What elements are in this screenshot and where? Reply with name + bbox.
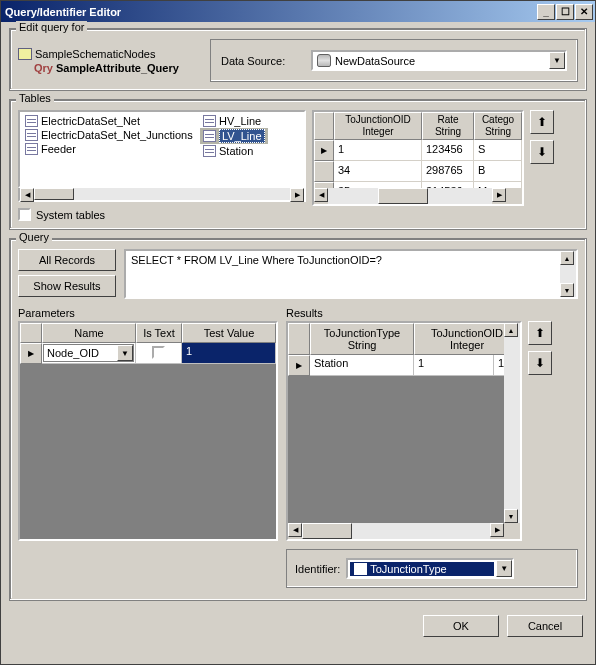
updown-buttons: ⬆ ⬇ [530, 110, 554, 164]
show-results-button[interactable]: Show Results [18, 275, 116, 297]
data-source-dropdown[interactable]: NewDataSource ▼ [311, 50, 567, 71]
table-icon [25, 115, 38, 127]
system-tables-label: System tables [36, 209, 105, 221]
table-icon [203, 130, 216, 142]
data-source-value: NewDataSource [335, 55, 415, 67]
table-row[interactable]: ▶ 1 123456 S [314, 140, 522, 161]
scroll-left-icon[interactable]: ◀ [288, 523, 302, 537]
scroll-right-icon[interactable]: ▶ [490, 523, 504, 537]
table-icon [25, 143, 38, 155]
test-value-cell[interactable]: 1 [182, 343, 276, 364]
data-source-label: Data Source: [221, 55, 303, 67]
minimize-button[interactable]: _ [537, 4, 555, 20]
identifier-dropdown[interactable]: ToJunctionType ▼ [346, 558, 514, 579]
move-up-button[interactable]: ⬆ [530, 110, 554, 134]
table-row[interactable]: 34 298765 B [314, 161, 522, 182]
table-icon [203, 145, 216, 157]
query-group: Query All Records Show Results SELECT * … [9, 238, 587, 601]
table-icon [354, 563, 367, 575]
table-item[interactable]: Station [200, 144, 268, 158]
identifier-panel: Identifier: ToJunctionType ▼ [286, 549, 578, 588]
grid-hscroll[interactable]: ◀ ▶ [314, 188, 522, 204]
window-title: Query/Identifier Editor [5, 6, 536, 18]
parameters-grid[interactable]: Name Is Text Test Value ▶ Node_OID ▼ [18, 321, 278, 541]
scroll-up-icon[interactable]: ▲ [504, 323, 518, 337]
edit-query-legend: Edit query for [16, 21, 87, 33]
table-icon [203, 115, 216, 127]
scroll-up-icon[interactable]: ▲ [560, 251, 574, 265]
scroll-right-icon[interactable]: ▶ [290, 188, 304, 202]
sql-vscroll[interactable]: ▲ ▼ [560, 251, 576, 297]
tree-child-label: SampleAttribute_Query [56, 62, 179, 74]
preview-grid[interactable]: ToJunctionOIDInteger RateString CategoSt… [312, 110, 524, 206]
move-down-button[interactable]: ⬇ [528, 351, 552, 375]
dropdown-arrow-icon[interactable]: ▼ [496, 560, 512, 577]
dropdown-arrow-icon[interactable]: ▼ [117, 345, 133, 361]
table-row[interactable]: ▶ Node_OID ▼ 1 [20, 343, 276, 364]
scroll-down-icon[interactable]: ▼ [504, 509, 518, 523]
is-text-checkbox[interactable] [152, 346, 165, 359]
tree-root-label: SampleSchematicNodes [35, 48, 155, 60]
scroll-left-icon[interactable]: ◀ [20, 188, 34, 202]
table-item[interactable]: Feeder [22, 142, 200, 156]
row-indicator-icon: ▶ [314, 140, 334, 161]
table-row[interactable]: ▶ Station 1 1 [288, 355, 520, 376]
close-button[interactable]: ✕ [575, 4, 593, 20]
checkbox-icon [18, 208, 31, 221]
param-name-dropdown[interactable]: Node_OID ▼ [43, 344, 134, 362]
datasource-icon [317, 54, 331, 67]
edit-query-group: Edit query for SampleSchematicNodes Qry … [9, 28, 587, 91]
window-root: Query/Identifier Editor _ ☐ ✕ Edit query… [0, 0, 596, 665]
tree-child-item[interactable]: Qry SampleAttribute_Query [18, 61, 204, 75]
maximize-button[interactable]: ☐ [556, 4, 574, 20]
dialog-buttons: OK Cancel [9, 609, 587, 637]
data-source-panel: Data Source: NewDataSource ▼ [210, 39, 578, 82]
row-indicator-icon: ▶ [288, 355, 310, 376]
tables-legend: Tables [16, 92, 54, 104]
tables-list[interactable]: ElectricDataSet_Net ElectricDataSet_Net_… [18, 110, 306, 188]
parameters-label: Parameters [18, 307, 278, 319]
results-label: Results [286, 307, 552, 319]
table-icon [25, 129, 38, 141]
results-hscroll[interactable]: ◀ ▶ [288, 523, 520, 539]
scroll-down-icon[interactable]: ▼ [560, 283, 574, 297]
schematic-node-icon [18, 48, 32, 60]
query-legend: Query [16, 231, 52, 243]
all-records-button[interactable]: All Records [18, 249, 116, 271]
row-indicator-icon: ▶ [20, 343, 42, 364]
results-grid[interactable]: ToJunctionTypeString ToJunctionOIDIntege… [286, 321, 522, 541]
move-up-button[interactable]: ⬆ [528, 321, 552, 345]
tables-hscroll[interactable]: ◀ ▶ [18, 188, 306, 202]
tables-group: Tables ElectricDataSet_Net ElectricDataS… [9, 99, 587, 230]
cancel-button[interactable]: Cancel [507, 615, 583, 637]
move-down-button[interactable]: ⬇ [530, 140, 554, 164]
table-item[interactable]: ElectricDataSet_Net [22, 114, 200, 128]
identifier-value: ToJunctionType [370, 563, 446, 575]
qry-prefix: Qry [34, 62, 53, 74]
ok-button[interactable]: OK [423, 615, 499, 637]
table-item[interactable]: ElectricDataSet_Net_Junctions [22, 128, 200, 142]
title-bar: Query/Identifier Editor _ ☐ ✕ [1, 1, 595, 22]
tree-root-item[interactable]: SampleSchematicNodes [18, 47, 204, 61]
sql-text: SELECT * FROM LV_Line Where ToJunctionOI… [131, 254, 382, 266]
identifier-label: Identifier: [295, 563, 340, 575]
scroll-left-icon[interactable]: ◀ [314, 188, 328, 202]
window-content: Edit query for SampleSchematicNodes Qry … [1, 22, 595, 643]
query-tree: SampleSchematicNodes Qry SampleAttribute… [18, 47, 204, 75]
table-item[interactable]: HV_Line [200, 114, 268, 128]
results-vscroll[interactable]: ▲ ▼ [504, 323, 520, 523]
scroll-right-icon[interactable]: ▶ [492, 188, 506, 202]
system-tables-checkbox[interactable]: System tables [18, 208, 306, 221]
dropdown-arrow-icon[interactable]: ▼ [549, 52, 565, 69]
table-item-selected[interactable]: LV_Line [200, 128, 268, 144]
sql-textarea[interactable]: SELECT * FROM LV_Line Where ToJunctionOI… [124, 249, 578, 299]
